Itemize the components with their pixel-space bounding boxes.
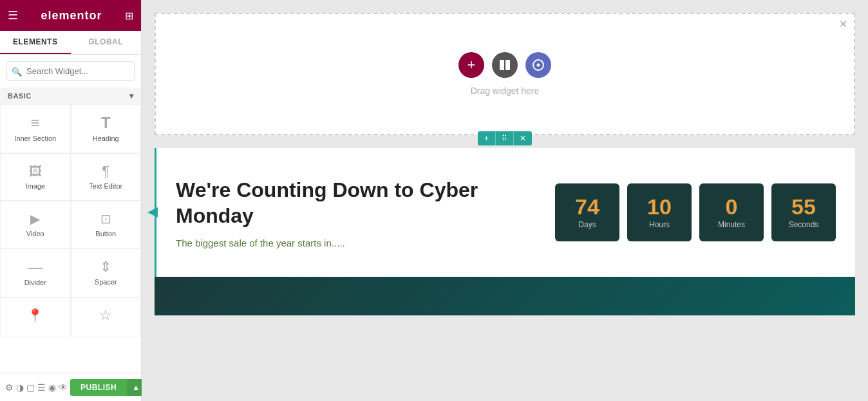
video-icon <box>30 212 40 226</box>
countdown-boxes: 74 Days 10 Hours 0 Minutes 55 Seconds <box>555 183 836 241</box>
widget-text-editor[interactable]: Text Editor <box>71 153 142 201</box>
days-unit: Days <box>578 220 596 229</box>
sidebar-bottom-bar: ⚙ ◑ ▢ ☰ ◉ 👁 PUBLISH ▲ <box>0 373 141 401</box>
section-delete-button[interactable]: ✕ <box>514 131 532 145</box>
eye-icon[interactable]: 👁 <box>59 379 68 396</box>
search-bar-container: 🔍 <box>6 61 135 81</box>
widget-inner-section[interactable]: Inner Section <box>0 104 71 153</box>
video-label: Video <box>26 230 44 238</box>
countdown-section: We're Counting Down to Cyber Monday The … <box>155 148 855 277</box>
image-label: Image <box>25 182 45 190</box>
countdown-text-area: We're Counting Down to Cyber Monday The … <box>176 177 529 248</box>
button-label: Button <box>95 230 116 238</box>
hours-unit: Hours <box>649 220 670 229</box>
inner-section-label: Inner Section <box>14 135 56 142</box>
bottom-dark-section <box>155 277 855 315</box>
tab-elements[interactable]: ELEMENTS <box>0 31 71 54</box>
widget-heading[interactable]: Heading <box>71 104 142 153</box>
add-template-button[interactable] <box>525 52 551 78</box>
heading-label: Heading <box>93 135 119 142</box>
sidebar: ☰ elementor ⊞ ELEMENTS GLOBAL 🔍 BASIC ▾ … <box>0 0 142 401</box>
image-icon <box>29 164 42 178</box>
publish-button[interactable]: PUBLISH <box>70 379 127 396</box>
add-section-button[interactable]: + <box>458 52 484 78</box>
search-icon: 🔍 <box>12 66 22 76</box>
inner-section-icon <box>31 115 40 131</box>
map-icon <box>27 308 43 322</box>
countdown-seconds-box: 55 Seconds <box>771 183 836 241</box>
countdown-days-box: 74 Days <box>555 183 619 241</box>
drag-widget-text: Drag widget here <box>471 86 540 96</box>
add-widget-buttons: + <box>458 52 551 78</box>
section-controls: + ⠿ ✕ <box>478 131 532 145</box>
section-move-handle[interactable]: ⠿ <box>496 131 514 145</box>
close-drop-zone-button[interactable]: ✕ <box>839 19 847 30</box>
star-icon <box>99 308 112 322</box>
svg-rect-0 <box>500 60 504 70</box>
seconds-number: 55 <box>791 196 816 218</box>
widget-video[interactable]: Video <box>0 201 71 248</box>
responsive-icon[interactable]: ◉ <box>48 379 56 396</box>
layers-icon[interactable]: ◑ <box>16 379 24 396</box>
navigator-icon[interactable]: ☰ <box>37 379 46 396</box>
widget-image[interactable]: Image <box>0 153 71 201</box>
divider-label: Divider <box>24 279 46 286</box>
widgets-grid-wrapper: Inner Section Heading Image Text Editor … <box>0 104 141 401</box>
svg-rect-1 <box>505 60 510 70</box>
add-layout-button[interactable] <box>492 52 518 78</box>
spacer-label: Spacer <box>95 278 117 286</box>
widgets-grid: Inner Section Heading Image Text Editor … <box>0 104 141 337</box>
widget-divider[interactable]: Divider <box>0 248 71 297</box>
basic-section-label[interactable]: BASIC ▾ <box>0 88 141 104</box>
app-logo: elementor <box>41 9 102 23</box>
minutes-unit: Minutes <box>718 220 745 229</box>
basic-label-text: BASIC <box>8 92 32 100</box>
widget-button[interactable]: Button <box>71 201 142 248</box>
heading-icon <box>101 115 111 131</box>
drop-zone-section: ✕ + Drag widget here + ⠿ ✕ <box>155 13 855 135</box>
widget-spacer[interactable]: Spacer <box>71 248 142 297</box>
countdown-title: We're Counting Down to Cyber Monday <box>176 177 529 228</box>
spacer-icon <box>100 260 111 274</box>
chevron-down-icon: ▾ <box>129 91 134 100</box>
hamburger-icon[interactable]: ☰ <box>8 8 18 23</box>
days-number: 74 <box>575 196 599 218</box>
countdown-subtitle: The biggest sale of the year starts in..… <box>176 238 529 248</box>
section-add-button[interactable]: + <box>478 131 496 145</box>
publish-group: PUBLISH ▲ <box>70 379 145 396</box>
tab-global[interactable]: GLOBAL <box>71 31 142 54</box>
search-input[interactable] <box>6 61 135 81</box>
hours-number: 10 <box>647 196 672 218</box>
divider-icon <box>28 259 43 275</box>
text-editor-icon <box>102 164 109 178</box>
countdown-hours-box: 10 Hours <box>627 183 692 241</box>
text-editor-label: Text Editor <box>89 182 122 190</box>
sidebar-header: ☰ elementor ⊞ <box>0 0 141 31</box>
seconds-unit: Seconds <box>789 220 819 229</box>
collapse-panel-button[interactable] <box>147 207 158 218</box>
sidebar-tabs: ELEMENTS GLOBAL <box>0 31 141 55</box>
button-icon <box>100 212 111 226</box>
minutes-number: 0 <box>726 196 738 218</box>
grid-icon[interactable]: ⊞ <box>125 10 133 22</box>
settings-icon[interactable]: ⚙ <box>5 379 14 396</box>
widget-map[interactable] <box>0 297 71 337</box>
countdown-minutes-box: 0 Minutes <box>699 183 764 241</box>
canvas-area: ✕ + Drag widget here + ⠿ ✕ <box>142 0 868 401</box>
preview-icon[interactable]: ▢ <box>26 379 35 396</box>
widget-star[interactable] <box>71 297 142 337</box>
